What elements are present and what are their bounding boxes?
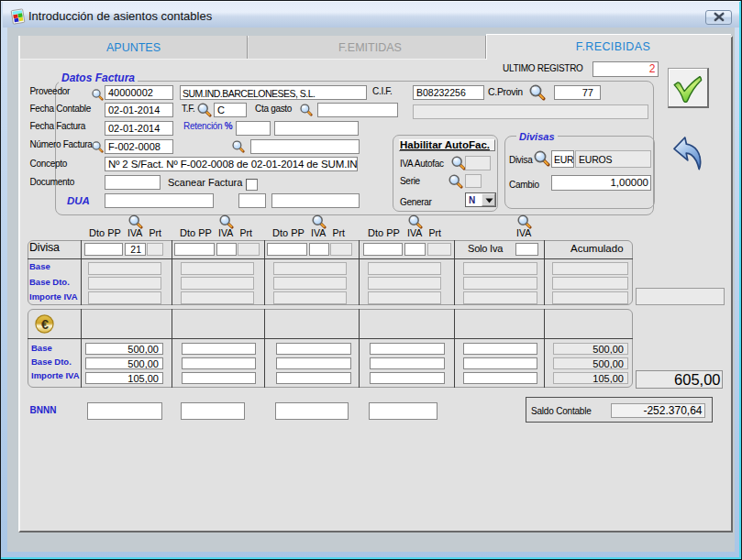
svg-text:€: €: [41, 316, 49, 331]
